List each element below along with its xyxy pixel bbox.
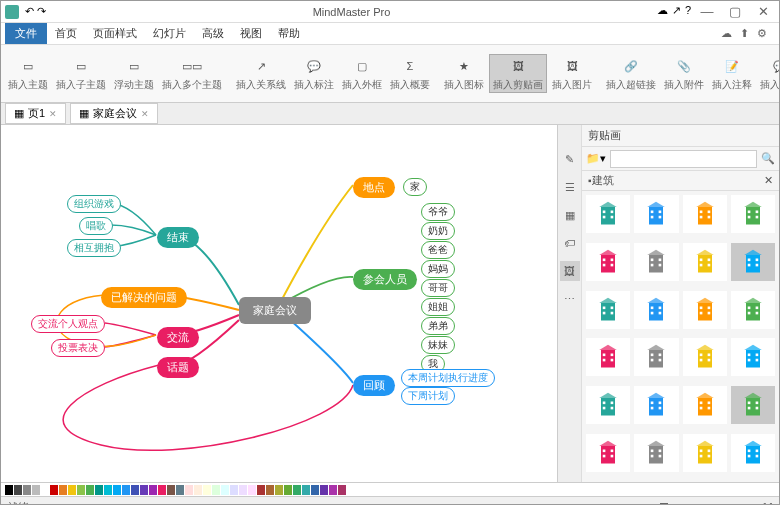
sidetab-list-icon[interactable]: ☰ bbox=[560, 177, 580, 197]
close-icon[interactable]: ✕ bbox=[141, 109, 149, 119]
sidetab-more-icon[interactable]: ⋯ bbox=[560, 289, 580, 309]
clipart-building[interactable] bbox=[586, 386, 630, 424]
clipart-building[interactable] bbox=[634, 338, 678, 376]
minimize-button[interactable]: — bbox=[695, 4, 719, 20]
node-attendee[interactable]: 妈妈 bbox=[421, 260, 455, 278]
folder-icon[interactable]: 📁▾ bbox=[586, 152, 606, 165]
color-swatch[interactable] bbox=[275, 485, 283, 495]
color-swatch[interactable] bbox=[239, 485, 247, 495]
clipart-building[interactable] bbox=[586, 195, 630, 233]
color-swatch[interactable] bbox=[32, 485, 40, 495]
color-swatch[interactable] bbox=[68, 485, 76, 495]
clipart-building[interactable] bbox=[586, 434, 630, 472]
clipart-building[interactable] bbox=[683, 338, 727, 376]
node-attendee[interactable]: 爷爷 bbox=[421, 203, 455, 221]
ribbon-插入概要[interactable]: Σ插入概要 bbox=[387, 55, 433, 92]
color-swatch[interactable] bbox=[104, 485, 112, 495]
node-attendees[interactable]: 参会人员 bbox=[353, 269, 417, 290]
ribbon-插入图片[interactable]: 🖼插入图片 bbox=[549, 55, 595, 92]
export-icon[interactable]: ⬆ bbox=[740, 27, 749, 40]
color-swatch[interactable] bbox=[140, 485, 148, 495]
search-input[interactable] bbox=[610, 150, 757, 168]
color-swatch[interactable] bbox=[50, 485, 58, 495]
clipart-building[interactable] bbox=[731, 291, 775, 329]
node-communicate[interactable]: 交流 bbox=[157, 327, 199, 348]
color-swatch[interactable] bbox=[131, 485, 139, 495]
menu-help[interactable]: 帮助 bbox=[270, 23, 308, 44]
node-end[interactable]: 结束 bbox=[157, 227, 199, 248]
help-icon[interactable]: ? bbox=[685, 4, 691, 20]
node-attendee[interactable]: 哥哥 bbox=[421, 279, 455, 297]
search-icon[interactable]: 🔍 bbox=[761, 152, 775, 165]
color-swatch[interactable] bbox=[266, 485, 274, 495]
color-swatch[interactable] bbox=[185, 485, 193, 495]
node-attendee[interactable]: 爸爸 bbox=[421, 241, 455, 259]
file-menu[interactable]: 文件 bbox=[5, 23, 47, 44]
cloud-sync-icon[interactable]: ☁ bbox=[721, 27, 732, 40]
ribbon-插入超链接[interactable]: 🔗插入超链接 bbox=[603, 55, 659, 92]
zoom-in-button[interactable]: + bbox=[706, 502, 712, 506]
color-swatch[interactable] bbox=[311, 485, 319, 495]
color-swatch[interactable] bbox=[203, 485, 211, 495]
node-topic[interactable]: 话题 bbox=[157, 357, 199, 378]
undo-icon[interactable]: ↶ bbox=[25, 5, 34, 18]
node-location[interactable]: 地点 bbox=[353, 177, 395, 198]
sidetab-wand-icon[interactable]: ✎ bbox=[560, 149, 580, 169]
cloud-icon[interactable]: ☁ bbox=[657, 4, 668, 20]
share-icon[interactable]: ↗ bbox=[672, 4, 681, 20]
color-swatch[interactable] bbox=[212, 485, 220, 495]
canvas[interactable]: 家庭会议 地点 家 参会人员 爷爷奶奶爸爸妈妈哥哥姐姐弟弟妹妹我 回顾 本周计划… bbox=[1, 125, 557, 482]
node-end-1[interactable]: 组织游戏 bbox=[67, 195, 121, 213]
node-attendee[interactable]: 妹妹 bbox=[421, 336, 455, 354]
ribbon-插入附件[interactable]: 📎插入附件 bbox=[661, 55, 707, 92]
menu-page-style[interactable]: 页面样式 bbox=[85, 23, 145, 44]
settings-icon[interactable]: ⚙ bbox=[757, 27, 767, 40]
node-attendee[interactable]: 奶奶 bbox=[421, 222, 455, 240]
status-url[interactable]: http://www.edrawsoft.cn bbox=[35, 502, 151, 506]
clipart-building[interactable] bbox=[731, 243, 775, 281]
clipart-building[interactable] bbox=[683, 434, 727, 472]
color-swatch[interactable] bbox=[320, 485, 328, 495]
tab-page1[interactable]: ▦页1✕ bbox=[5, 103, 66, 124]
menu-home[interactable]: 首页 bbox=[47, 23, 85, 44]
view-mode-icon[interactable]: ▦ bbox=[746, 501, 756, 505]
ribbon-插入评论[interactable]: 💬插入评论 bbox=[757, 55, 780, 92]
clipart-building[interactable] bbox=[731, 195, 775, 233]
clipart-building[interactable] bbox=[634, 243, 678, 281]
node-review-1[interactable]: 本周计划执行进度 bbox=[401, 369, 495, 387]
clipart-building[interactable] bbox=[731, 386, 775, 424]
menu-advanced[interactable]: 高级 bbox=[194, 23, 232, 44]
color-swatch[interactable] bbox=[149, 485, 157, 495]
color-swatch[interactable] bbox=[122, 485, 130, 495]
menu-view[interactable]: 视图 bbox=[232, 23, 270, 44]
node-comm-2[interactable]: 投票表决 bbox=[51, 339, 105, 357]
color-swatch[interactable] bbox=[77, 485, 85, 495]
node-comm-1[interactable]: 交流个人观点 bbox=[31, 315, 105, 333]
side-category[interactable]: ▪ 建筑✕ bbox=[582, 171, 779, 191]
node-review[interactable]: 回顾 bbox=[353, 375, 395, 396]
color-swatch[interactable] bbox=[41, 485, 49, 495]
color-swatch[interactable] bbox=[302, 485, 310, 495]
color-swatch[interactable] bbox=[338, 485, 346, 495]
color-swatch[interactable] bbox=[329, 485, 337, 495]
clipart-building[interactable] bbox=[731, 338, 775, 376]
close-icon[interactable]: ✕ bbox=[49, 109, 57, 119]
color-swatch[interactable] bbox=[194, 485, 202, 495]
color-swatch[interactable] bbox=[221, 485, 229, 495]
clipart-building[interactable] bbox=[634, 434, 678, 472]
color-swatch[interactable] bbox=[158, 485, 166, 495]
node-end-3[interactable]: 相互拥抱 bbox=[67, 239, 121, 257]
ribbon-插入标注[interactable]: 💬插入标注 bbox=[291, 55, 337, 92]
close-button[interactable]: ✕ bbox=[751, 4, 775, 20]
color-swatch[interactable] bbox=[14, 485, 22, 495]
color-swatch[interactable] bbox=[257, 485, 265, 495]
clipart-building[interactable] bbox=[586, 291, 630, 329]
color-swatch[interactable] bbox=[5, 485, 13, 495]
clipart-building[interactable] bbox=[683, 291, 727, 329]
color-swatch[interactable] bbox=[95, 485, 103, 495]
menu-slideshow[interactable]: 幻灯片 bbox=[145, 23, 194, 44]
node-center[interactable]: 家庭会议 bbox=[239, 297, 311, 324]
ribbon-插入子主题[interactable]: ▭插入子主题 bbox=[53, 55, 109, 92]
color-swatch[interactable] bbox=[293, 485, 301, 495]
maximize-button[interactable]: ▢ bbox=[723, 4, 747, 20]
